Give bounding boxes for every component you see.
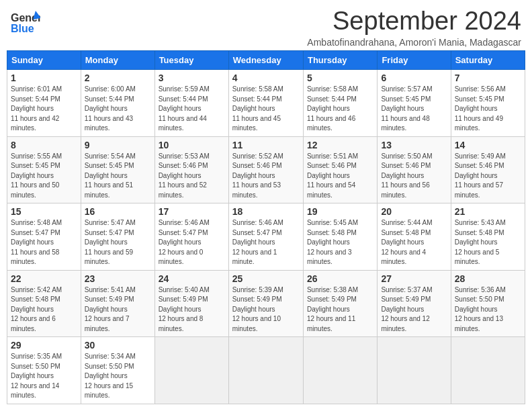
month-title: September 2024 — [307, 7, 521, 36]
calendar-week-row: 8Sunrise: 5:55 AMSunset: 5:45 PMDaylight… — [7, 136, 525, 203]
calendar-day-cell: 29Sunrise: 5:35 AMSunset: 5:50 PMDayligh… — [7, 337, 81, 404]
calendar-week-row: 22Sunrise: 5:42 AMSunset: 5:48 PMDayligh… — [7, 270, 525, 337]
day-info: Sunrise: 5:52 AMSunset: 5:46 PMDaylight … — [232, 152, 300, 201]
day-number: 2 — [85, 73, 151, 83]
day-number: 19 — [307, 206, 373, 217]
calendar-day-cell: 6Sunrise: 5:57 AMSunset: 5:45 PMDaylight… — [378, 70, 451, 137]
day-info: Sunrise: 5:48 AMSunset: 5:47 PMDaylight … — [11, 218, 77, 267]
day-info: Sunrise: 5:54 AMSunset: 5:45 PMDaylight … — [85, 152, 151, 201]
day-number: 15 — [11, 206, 77, 217]
day-number: 8 — [11, 140, 77, 150]
calendar-day-cell: 24Sunrise: 5:40 AMSunset: 5:49 PMDayligh… — [154, 270, 228, 337]
day-number: 30 — [85, 340, 151, 351]
logo: General Blue — [11, 9, 40, 36]
day-info: Sunrise: 6:00 AMSunset: 5:44 PMDaylight … — [85, 85, 151, 134]
day-info: Sunrise: 5:47 AMSunset: 5:47 PMDaylight … — [85, 218, 151, 267]
calendar-table: Sunday Monday Tuesday Wednesday Thursday… — [7, 50, 525, 404]
calendar-day-cell: 27Sunrise: 5:37 AMSunset: 5:49 PMDayligh… — [378, 270, 451, 337]
calendar-day-cell: 20Sunrise: 5:44 AMSunset: 5:48 PMDayligh… — [378, 203, 451, 271]
day-info: Sunrise: 5:56 AMSunset: 5:45 PMDaylight … — [455, 85, 521, 134]
day-number: 7 — [455, 73, 521, 83]
calendar-day-cell: 21Sunrise: 5:43 AMSunset: 5:48 PMDayligh… — [451, 203, 525, 271]
calendar-day-cell: 15Sunrise: 5:48 AMSunset: 5:47 PMDayligh… — [7, 203, 81, 271]
day-info: Sunrise: 5:55 AMSunset: 5:45 PMDaylight … — [11, 152, 77, 201]
calendar-day-cell: 18Sunrise: 5:46 AMSunset: 5:47 PMDayligh… — [228, 203, 303, 271]
calendar-day-cell: 2Sunrise: 6:00 AMSunset: 5:44 PMDaylight… — [81, 70, 154, 137]
day-number: 29 — [11, 340, 77, 351]
day-info: Sunrise: 5:39 AMSunset: 5:49 PMDaylight … — [232, 285, 300, 334]
day-number: 17 — [159, 206, 225, 217]
day-number: 3 — [159, 73, 225, 83]
day-info: Sunrise: 5:37 AMSunset: 5:49 PMDaylight … — [381, 285, 447, 334]
page-header: General Blue September 2024 Ambatofinand… — [7, 7, 525, 48]
calendar-day-cell: 5Sunrise: 5:58 AMSunset: 5:44 PMDaylight… — [303, 70, 377, 137]
calendar-day-cell: 19Sunrise: 5:45 AMSunset: 5:48 PMDayligh… — [303, 203, 377, 271]
day-info: Sunrise: 5:50 AMSunset: 5:46 PMDaylight … — [381, 152, 447, 201]
calendar-day-cell: 30Sunrise: 5:34 AMSunset: 5:50 PMDayligh… — [81, 337, 154, 404]
calendar-week-row: 29Sunrise: 5:35 AMSunset: 5:50 PMDayligh… — [7, 337, 525, 404]
calendar-day-cell — [303, 337, 377, 404]
title-block: September 2024 Ambatofinandrahana, Amoro… — [307, 7, 521, 48]
day-number: 14 — [455, 140, 521, 150]
day-number: 23 — [85, 273, 151, 284]
day-number: 27 — [381, 273, 447, 284]
calendar-day-cell: 3Sunrise: 5:59 AMSunset: 5:44 PMDaylight… — [154, 70, 228, 137]
day-info: Sunrise: 6:01 AMSunset: 5:44 PMDaylight … — [11, 85, 77, 134]
day-info: Sunrise: 5:36 AMSunset: 5:50 PMDaylight … — [455, 285, 521, 334]
day-info: Sunrise: 5:51 AMSunset: 5:46 PMDaylight … — [307, 152, 373, 201]
logo-icon: General Blue — [11, 9, 40, 36]
col-wednesday: Wednesday — [228, 51, 303, 70]
day-number: 11 — [232, 140, 300, 150]
day-number: 20 — [381, 206, 447, 217]
calendar-day-cell — [378, 337, 451, 404]
calendar-day-cell — [451, 337, 525, 404]
day-info: Sunrise: 5:49 AMSunset: 5:46 PMDaylight … — [455, 152, 521, 201]
day-info: Sunrise: 5:45 AMSunset: 5:48 PMDaylight … — [307, 218, 373, 267]
calendar-day-cell: 13Sunrise: 5:50 AMSunset: 5:46 PMDayligh… — [378, 136, 451, 203]
day-info: Sunrise: 5:35 AMSunset: 5:50 PMDaylight … — [11, 352, 77, 401]
calendar-day-cell: 11Sunrise: 5:52 AMSunset: 5:46 PMDayligh… — [228, 136, 303, 203]
day-info: Sunrise: 5:46 AMSunset: 5:47 PMDaylight … — [232, 218, 300, 267]
day-info: Sunrise: 5:57 AMSunset: 5:45 PMDaylight … — [381, 85, 447, 134]
calendar-day-cell: 9Sunrise: 5:54 AMSunset: 5:45 PMDaylight… — [81, 136, 154, 203]
calendar-day-cell: 25Sunrise: 5:39 AMSunset: 5:49 PMDayligh… — [228, 270, 303, 337]
calendar-day-cell — [154, 337, 228, 404]
calendar-day-cell: 23Sunrise: 5:41 AMSunset: 5:49 PMDayligh… — [81, 270, 154, 337]
day-number: 26 — [307, 273, 373, 284]
svg-text:Blue: Blue — [11, 23, 34, 34]
day-number: 22 — [11, 273, 77, 284]
col-friday: Friday — [378, 51, 451, 70]
day-number: 1 — [11, 73, 77, 83]
day-number: 16 — [85, 206, 151, 217]
calendar-day-cell: 17Sunrise: 5:46 AMSunset: 5:47 PMDayligh… — [154, 203, 228, 271]
day-info: Sunrise: 5:42 AMSunset: 5:48 PMDaylight … — [11, 285, 77, 334]
calendar-day-cell: 8Sunrise: 5:55 AMSunset: 5:45 PMDaylight… — [7, 136, 81, 203]
col-monday: Monday — [81, 51, 154, 70]
day-number: 24 — [159, 273, 225, 284]
calendar-day-cell: 1Sunrise: 6:01 AMSunset: 5:44 PMDaylight… — [7, 70, 81, 137]
col-saturday: Saturday — [451, 51, 525, 70]
day-number: 9 — [85, 140, 151, 150]
day-info: Sunrise: 5:40 AMSunset: 5:49 PMDaylight … — [159, 285, 225, 334]
day-number: 18 — [232, 206, 300, 217]
calendar-day-cell — [228, 337, 303, 404]
col-tuesday: Tuesday — [154, 51, 228, 70]
calendar-day-cell: 16Sunrise: 5:47 AMSunset: 5:47 PMDayligh… — [81, 203, 154, 271]
day-info: Sunrise: 5:41 AMSunset: 5:49 PMDaylight … — [85, 285, 151, 334]
calendar-day-cell: 12Sunrise: 5:51 AMSunset: 5:46 PMDayligh… — [303, 136, 377, 203]
day-info: Sunrise: 5:38 AMSunset: 5:49 PMDaylight … — [307, 285, 373, 334]
day-number: 13 — [381, 140, 447, 150]
day-number: 5 — [307, 73, 373, 83]
day-info: Sunrise: 5:58 AMSunset: 5:44 PMDaylight … — [232, 85, 300, 134]
day-number: 28 — [455, 273, 521, 284]
location-title: Ambatofinandrahana, Amoron'i Mania, Mada… — [307, 37, 521, 48]
col-thursday: Thursday — [303, 51, 377, 70]
calendar-header-row: Sunday Monday Tuesday Wednesday Thursday… — [7, 51, 525, 70]
day-number: 25 — [232, 273, 300, 284]
calendar-week-row: 1Sunrise: 6:01 AMSunset: 5:44 PMDaylight… — [7, 70, 525, 137]
day-info: Sunrise: 5:53 AMSunset: 5:46 PMDaylight … — [159, 152, 225, 201]
calendar-day-cell: 7Sunrise: 5:56 AMSunset: 5:45 PMDaylight… — [451, 70, 525, 137]
day-number: 6 — [381, 73, 447, 83]
day-info: Sunrise: 5:43 AMSunset: 5:48 PMDaylight … — [455, 218, 521, 267]
day-number: 12 — [307, 140, 373, 150]
